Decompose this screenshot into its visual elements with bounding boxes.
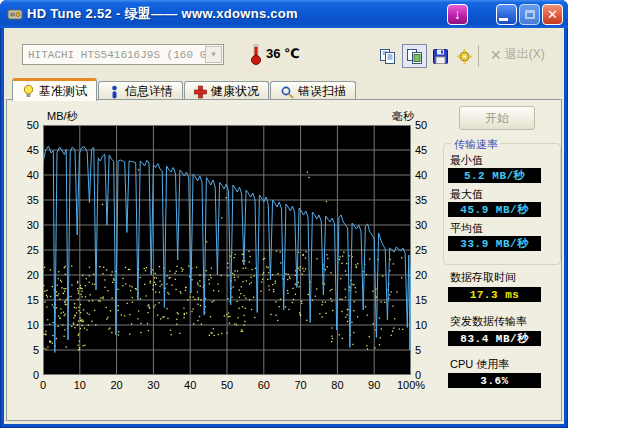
axis-tick: 100% (397, 379, 425, 391)
cpu-usage-label: CPU 使用率 (450, 357, 509, 372)
axis-tick: 5 (33, 344, 39, 356)
axis-tick: 10 (74, 379, 86, 391)
minimize-icon (499, 18, 508, 21)
axis-tick: 0 (40, 379, 46, 391)
axis-tick: 30 (415, 219, 427, 231)
min-value: 5.2 MB/秒 (448, 168, 541, 183)
avg-label: 平均值 (450, 221, 483, 236)
axis-tick: 25 (415, 244, 427, 256)
close-button[interactable]: ✕ (542, 4, 563, 25)
burst-rate-label: 突发数据传输率 (450, 314, 527, 329)
maximize-icon (525, 10, 535, 19)
start-button[interactable]: 开始 (459, 106, 535, 130)
y-axis-right-ticks: 50454035302520151050 (415, 125, 445, 375)
window-title: HD Tune 2.52 - 绿盟—— www.xdowns.com (27, 5, 445, 23)
y-axis-left-ticks: 50454035302520151050 (7, 125, 39, 375)
exit-label: 退出(X) (505, 46, 545, 63)
access-time-label: 数据存取时间 (450, 270, 516, 285)
axis-tick: 35 (415, 194, 427, 206)
desktop: HD Tune 2.52 - 绿盟—— www.xdowns.com ↓ ✕ H… (0, 0, 640, 431)
min-label: 最小值 (450, 153, 483, 168)
axis-tick: 15 (27, 294, 39, 306)
axis-tick: 80 (331, 379, 343, 391)
max-label: 最大值 (450, 187, 483, 202)
axis-tick: 40 (415, 169, 427, 181)
axis-tick: 10 (415, 319, 427, 331)
tab-info-label: 信息详情 (125, 83, 173, 100)
save-button[interactable] (428, 44, 453, 68)
combo-dropdown-icon: ▼ (205, 46, 222, 63)
app-icon (7, 6, 23, 22)
axis-tick: 15 (415, 294, 427, 306)
save-icon (432, 48, 449, 65)
burst-rate-value: 83.4 MB/秒 (448, 331, 541, 346)
max-value: 45.9 MB/秒 (448, 202, 541, 217)
download-button[interactable]: ↓ (447, 4, 468, 25)
axis-tick: 60 (258, 379, 270, 391)
bulb-icon (22, 84, 35, 98)
axis-tick: 50 (27, 119, 39, 131)
axis-tick: 30 (147, 379, 159, 391)
magnifier-icon (280, 85, 294, 99)
exit-icon: ✕ (490, 47, 502, 63)
toolbar-separator (478, 45, 479, 67)
options-button[interactable] (452, 44, 477, 68)
axis-tick: 20 (27, 269, 39, 281)
axis-tick: 30 (27, 219, 39, 231)
axis-tick: 35 (27, 194, 39, 206)
close-icon: ✕ (547, 7, 558, 22)
exit-button[interactable]: ✕ 退出(X) (490, 46, 545, 63)
transfer-rate-title: 传输速率 (451, 137, 501, 152)
axis-tick: 20 (110, 379, 122, 391)
copy-icon (379, 48, 396, 65)
titlebar[interactable]: HD Tune 2.52 - 绿盟—— www.xdowns.com ↓ ✕ (0, 0, 568, 28)
axis-tick: 20 (415, 269, 427, 281)
tab-info[interactable]: 信息详情 (98, 81, 183, 101)
tab-benchmark-label: 基准测试 (39, 83, 87, 100)
axis-tick: 50 (415, 119, 427, 131)
drive-select[interactable]: HITACHI HTS541616J9S (160 GB) ▼ (22, 44, 224, 65)
options-icon (456, 48, 473, 65)
axis-tick: 10 (27, 319, 39, 331)
axis-tick: 40 (184, 379, 196, 391)
thermometer-icon (250, 40, 262, 70)
x-axis-ticks: 0102030405060708090100% (43, 379, 411, 393)
axis-tick: 45 (415, 144, 427, 156)
axis-tick: 45 (27, 144, 39, 156)
copy-image-icon (406, 48, 423, 65)
axis-tick: 90 (368, 379, 380, 391)
copy-text-button[interactable] (375, 44, 400, 68)
axis-tick: 70 (294, 379, 306, 391)
axis-tick: 0 (33, 369, 39, 381)
tab-bar: 基准测试 信息详情 健康状况 错误扫描 (12, 78, 357, 101)
health-cross-icon (194, 85, 207, 99)
benchmark-panel: MB/秒 毫秒 50454035302520151050 50454035302… (6, 99, 562, 421)
tab-health[interactable]: 健康状况 (184, 81, 269, 101)
minimize-button[interactable] (496, 4, 517, 25)
benchmark-chart (43, 125, 411, 375)
left-axis-unit: MB/秒 (47, 109, 78, 124)
copy-image-button[interactable] (402, 44, 427, 68)
info-icon (108, 85, 121, 99)
window-body: HITACHI HTS541616J9S (160 GB) ▼ 36 ℃ ✕ (4, 28, 564, 424)
axis-tick: 40 (27, 169, 39, 181)
app-window: HD Tune 2.52 - 绿盟—— www.xdowns.com ↓ ✕ H… (0, 0, 568, 428)
maximize-button[interactable] (519, 4, 540, 25)
tab-benchmark[interactable]: 基准测试 (12, 78, 97, 101)
right-axis-unit: 毫秒 (354, 109, 414, 124)
cpu-usage-value: 3.6% (448, 373, 541, 388)
axis-tick: 5 (415, 344, 421, 356)
tab-health-label: 健康状况 (211, 83, 259, 100)
download-arrow-icon: ↓ (454, 7, 461, 21)
temperature-value: 36 ℃ (266, 46, 300, 61)
tab-error-scan-label: 错误扫描 (298, 83, 346, 100)
avg-value: 33.9 MB/秒 (448, 236, 541, 251)
axis-tick: 25 (27, 244, 39, 256)
drive-select-value: HITACHI HTS541616J9S (160 GB) (23, 49, 205, 61)
access-time-value: 17.3 ms (448, 287, 541, 302)
tab-error-scan[interactable]: 错误扫描 (270, 81, 356, 101)
axis-tick: 50 (221, 379, 233, 391)
